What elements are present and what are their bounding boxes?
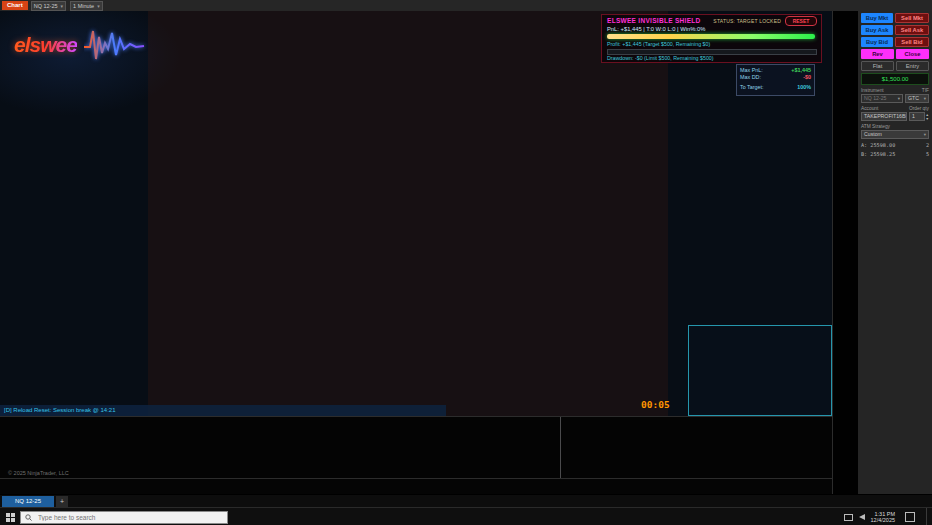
interval-selector[interactable]: 1 Minute ▾: [70, 1, 103, 11]
search-icon: [25, 514, 32, 521]
max-pnl-tooltip: Max PnL:+$1,445 Max DD:-$0 To Target:100…: [736, 64, 815, 96]
max-pnl-label: Max PnL:: [740, 67, 763, 74]
chevron-down-icon: ▾: [924, 94, 926, 103]
chevron-down-icon: ▾: [924, 130, 926, 139]
ask-price: A: 25598.00: [861, 142, 895, 148]
time-axis[interactable]: [0, 478, 832, 495]
to-target-value: 100%: [797, 84, 811, 91]
entry-button[interactable]: Entry: [896, 61, 929, 71]
atm-strategy-label: ATM Strategy: [861, 124, 890, 129]
ask-size: 2: [926, 142, 929, 148]
sell-mkt-button[interactable]: Sell Mkt: [895, 13, 929, 23]
quantity-spin-buttons[interactable]: ▲▼: [926, 112, 929, 121]
chart-status-message: [D] Reload Reset: Session break @ 14:21: [0, 405, 446, 416]
taskbar-search[interactable]: [20, 511, 228, 524]
window-label[interactable]: Chart: [2, 1, 28, 10]
shield-title: ELSWEE INVISIBLE SHIELD: [607, 17, 701, 24]
sell-ask-button[interactable]: Sell Ask: [895, 25, 929, 35]
chart-plot-area[interactable]: elswee ELSWEE INVISIBLE SHIELD STATUS: T…: [0, 11, 832, 416]
buy-mkt-button[interactable]: Buy Mkt: [861, 13, 893, 23]
search-input[interactable]: [36, 513, 200, 522]
display-icon[interactable]: [844, 514, 853, 521]
show-desktop-button[interactable]: [926, 508, 930, 525]
reset-button[interactable]: RESET: [785, 16, 817, 26]
order-qty-label: Order qty: [909, 106, 929, 111]
bar-countdown-timer: 00:05: [641, 399, 670, 410]
elswee-logo: elswee: [14, 33, 77, 57]
tif-label: TIF: [922, 88, 929, 93]
shield-status: STATUS: TARGET LOCKED: [713, 18, 781, 24]
bid-price: B: 25598.25: [861, 151, 895, 157]
chart-tab-bar: NQ 12-25 +: [0, 494, 932, 508]
atm-strategy-dropdown[interactable]: Custom▾: [861, 130, 929, 139]
close-button[interactable]: Close: [896, 49, 929, 59]
max-dd-label: Max DD:: [740, 74, 761, 81]
quantity-stepper[interactable]: 1 ▲▼: [909, 112, 929, 121]
add-tab-button[interactable]: +: [56, 496, 68, 507]
chevron-down-icon: ▾: [61, 2, 64, 10]
atm-strategy-value: Custom: [864, 130, 882, 139]
buy-ask-button[interactable]: Buy Ask: [861, 25, 893, 35]
copyright-text: © 2025 NinjaTrader, LLC: [8, 470, 69, 476]
start-button[interactable]: [0, 508, 20, 525]
to-target-label: To Target:: [740, 84, 764, 91]
max-pnl-value: +$1,445: [791, 67, 811, 74]
precision-engine-panel: [688, 325, 832, 416]
taskbar-clock[interactable]: 1:31 PM 12/4/2025: [871, 511, 895, 524]
clock-date: 12/4/2025: [871, 517, 895, 524]
elswee-waveform-icon: [84, 25, 148, 65]
chevron-down-icon: ▾: [898, 94, 900, 103]
flat-button[interactable]: Flat: [861, 61, 894, 71]
system-tray: 1:31 PM 12/4/2025: [844, 508, 932, 525]
account-dropdown-value: TAKEPROFIT16BL: [864, 112, 907, 121]
instrument-selector[interactable]: NQ 12-25 ▾: [31, 1, 66, 11]
shield-drawdown-line: Drawdown: -$0 (Limit $500, Remaining $50…: [607, 55, 714, 61]
account-balance: $1,500.00: [861, 73, 929, 85]
reverse-button[interactable]: Rev: [861, 49, 894, 59]
volume-icon[interactable]: [859, 514, 865, 520]
max-dd-value: -$0: [803, 74, 811, 81]
instrument-dropdown[interactable]: NQ 12-25▾: [861, 94, 903, 103]
profit-progress-bar: [607, 34, 815, 39]
windows-logo-icon: [6, 513, 15, 522]
crosshair-vline-extension: [560, 417, 561, 479]
account-dropdown[interactable]: TAKEPROFIT16BL▾: [861, 112, 907, 121]
invisible-shield-panel: ELSWEE INVISIBLE SHIELD STATUS: TARGET L…: [601, 14, 822, 63]
trading-platform-window: Chart NQ 12-25 ▾ 1 Minute ▾ elswee ELSWE…: [0, 0, 932, 525]
quantity-value-box[interactable]: 1: [909, 112, 925, 121]
bid-size: 5: [926, 151, 929, 157]
order-entry-panel: Buy Mkt Sell Mkt Buy Ask Sell Ask Buy Bi…: [858, 11, 932, 494]
indicator-pane[interactable]: © 2025 NinjaTrader, LLC: [0, 416, 832, 479]
tif-dropdown-value: GTC: [908, 94, 919, 103]
shield-pnl-line: PnL: +$1,445 | T:0 W:0 L:0 | Win%:0%: [607, 26, 705, 32]
account-label: Account: [861, 106, 878, 111]
interval-selector-value: 1 Minute: [73, 2, 94, 10]
chevron-down-icon: ▾: [97, 2, 100, 10]
buy-bid-button[interactable]: Buy Bid: [861, 37, 893, 47]
tif-dropdown[interactable]: GTC▾: [905, 94, 929, 103]
windows-taskbar: 1:31 PM 12/4/2025: [0, 507, 932, 525]
price-axis[interactable]: [832, 11, 859, 494]
sell-bid-button[interactable]: Sell Bid: [895, 37, 929, 47]
shield-profit-line: Profit: +$1,445 (Target $500, Remaining …: [607, 41, 710, 47]
tab-nq-12-25[interactable]: NQ 12-25: [2, 496, 54, 507]
instrument-label: Instrument: [861, 88, 884, 93]
notification-center-icon[interactable]: [905, 512, 915, 522]
instrument-selector-value: NQ 12-25: [34, 2, 58, 10]
quantity-value: 1: [912, 112, 915, 121]
instrument-dropdown-value: NQ 12-25: [864, 94, 887, 103]
